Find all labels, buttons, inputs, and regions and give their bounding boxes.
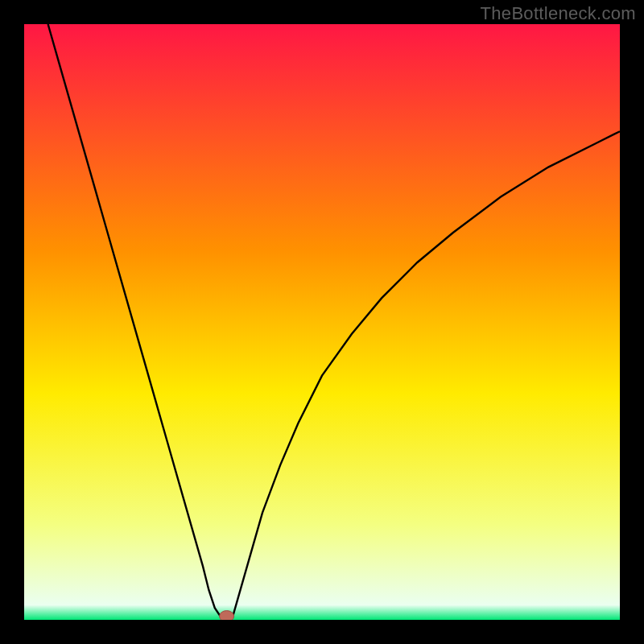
plot-area xyxy=(24,24,620,620)
gradient-background xyxy=(24,24,620,620)
minimum-marker xyxy=(220,611,234,620)
chart-frame: TheBottleneck.com xyxy=(0,0,644,644)
watermark-text: TheBottleneck.com xyxy=(481,3,636,24)
bottleneck-chart xyxy=(24,24,620,620)
